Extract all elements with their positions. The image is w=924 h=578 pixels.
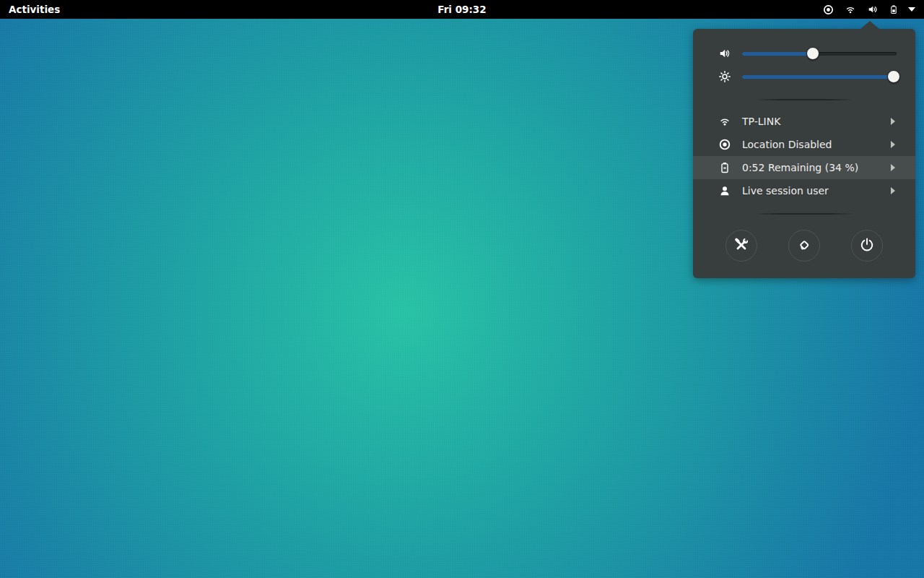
menu-separator [754, 99, 854, 100]
brightness-icon [716, 68, 733, 85]
top-bar: Activities Fri 09:32 [0, 0, 924, 19]
system-action-buttons [693, 230, 915, 262]
chevron-right-icon [891, 118, 895, 125]
brightness-slider-fill [742, 75, 894, 79]
location-icon [822, 4, 834, 16]
volume-icon [866, 4, 879, 15]
volume-slider-handle[interactable] [806, 47, 819, 60]
clock-button[interactable]: Fri 09:32 [437, 0, 486, 19]
menu-item-label: Location Disabled [742, 139, 891, 150]
system-menu-popup: TP-LINK Location Disabled 0:52 Remaining… [693, 29, 915, 278]
speaker-icon [716, 45, 733, 62]
brightness-slider-handle[interactable] [887, 70, 900, 83]
wifi-icon [844, 4, 857, 15]
activities-button[interactable]: Activities [0, 0, 69, 19]
power-icon [858, 236, 876, 256]
desktop-wallpaper[interactable]: Activities Fri 09:32 [0, 0, 924, 578]
brightness-slider[interactable] [742, 70, 897, 83]
menu-item-user[interactable]: Live session user [693, 179, 915, 202]
battery-icon [889, 3, 899, 16]
menu-item-network[interactable]: TP-LINK [693, 110, 915, 133]
chevron-right-icon [891, 187, 895, 194]
menu-item-label: 0:52 Remaining (34 %) [742, 162, 891, 173]
orientation-lock-button[interactable] [788, 230, 820, 262]
volume-slider-row [693, 42, 915, 65]
chevron-down-icon [908, 7, 915, 12]
chevron-right-icon [891, 141, 895, 148]
menu-item-label: Live session user [742, 185, 891, 197]
menu-item-battery[interactable]: 0:52 Remaining (34 %) [693, 156, 915, 179]
wifi-icon [716, 113, 733, 130]
brightness-slider-row [693, 65, 915, 88]
rotation-icon [796, 236, 813, 256]
menu-item-label: TP-LINK [742, 116, 891, 127]
menu-separator [754, 213, 854, 215]
menu-item-location[interactable]: Location Disabled [693, 133, 915, 156]
location-icon [716, 136, 733, 153]
popup-pointer-arrow [860, 21, 879, 29]
settings-button[interactable] [725, 230, 757, 262]
volume-slider[interactable] [742, 47, 897, 60]
battery-icon [716, 159, 733, 176]
system-status-area-button[interactable] [816, 0, 921, 19]
chevron-right-icon [891, 164, 895, 171]
power-button[interactable] [851, 230, 883, 262]
crossed-tools-icon [733, 236, 750, 256]
user-icon [716, 182, 733, 199]
volume-slider-fill [742, 52, 813, 56]
